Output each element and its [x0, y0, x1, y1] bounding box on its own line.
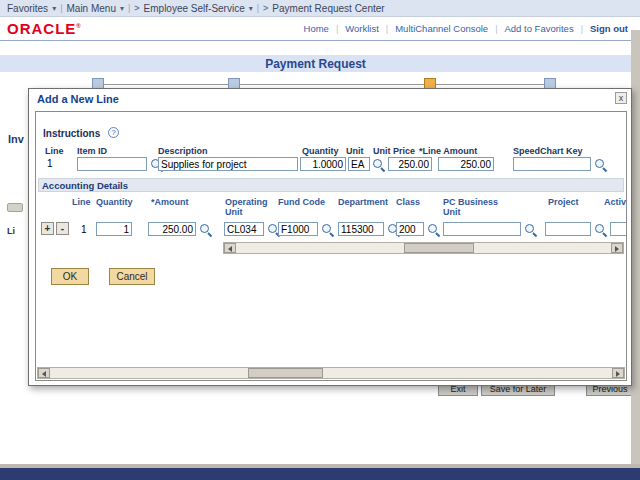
nav-divider: [581, 24, 583, 34]
header-divider: [0, 40, 640, 41]
class-lookup-icon[interactable]: [427, 223, 440, 236]
page-scroll-gutter[interactable]: [631, 30, 640, 464]
nav-multichannel-console[interactable]: MultiChannel Console: [395, 23, 488, 34]
class-input[interactable]: [396, 222, 424, 236]
col-header-quantity: Quantity: [96, 197, 133, 207]
scroll-right-arrow-icon[interactable]: [612, 368, 624, 378]
breadcrumb-bar: Favorites Main Menu Employee Self-Servic…: [0, 0, 640, 17]
line-label: Line: [45, 146, 64, 156]
line-amount-label: *Line Amount: [419, 146, 477, 156]
scroll-thumb[interactable]: [404, 243, 474, 253]
ok-button[interactable]: OK: [51, 268, 89, 285]
col-header-fund-code: Fund Code: [278, 197, 334, 207]
unit-input[interactable]: [348, 157, 370, 171]
unit-price-label: Unit Price: [373, 146, 415, 156]
speedchart-key-input[interactable]: [513, 157, 591, 171]
page-title: Payment Request: [265, 57, 366, 71]
breadcrumb-favorites[interactable]: Favorites: [7, 3, 48, 14]
pc-business-unit-input[interactable]: [443, 222, 521, 236]
line-amount-input[interactable]: [438, 157, 494, 171]
item-id-label: Item ID: [77, 146, 107, 156]
breadcrumb-divider: [60, 3, 62, 13]
quantity-input[interactable]: [300, 157, 346, 171]
delete-row-button[interactable]: -: [56, 222, 69, 235]
instructions-label: Instructions: [43, 128, 100, 139]
nav-divider: [336, 24, 338, 34]
nav-divider: [386, 24, 388, 34]
speedchart-key-label: SpeedChart Key: [513, 146, 583, 156]
project-lookup-icon[interactable]: [594, 223, 607, 236]
activity-input[interactable]: [610, 222, 627, 236]
breadcrumb-arrow-icon: [134, 3, 139, 13]
scroll-left-arrow-icon[interactable]: [224, 243, 236, 253]
breadcrumb-main-menu[interactable]: Main Menu: [66, 3, 115, 14]
close-icon[interactable]: x: [615, 92, 627, 104]
breadcrumb-employee-self-service[interactable]: Employee Self-Service: [144, 3, 245, 14]
col-header-activity: Activity: [604, 197, 627, 207]
fund-code-lookup-icon[interactable]: [321, 223, 334, 236]
line-number-value: 1: [47, 158, 53, 169]
operating-unit-input[interactable]: [224, 222, 264, 236]
header-links: Home Worklist MultiChannel Console Add t…: [304, 23, 640, 34]
grid-line-number: 1: [81, 224, 87, 235]
grid-hscrollbar[interactable]: [223, 242, 624, 254]
background-label-fragment: Li: [7, 226, 15, 236]
unit-label: Unit: [346, 146, 364, 156]
col-header-pc-business-unit: PC Business Unit: [443, 197, 505, 217]
help-icon[interactable]: [108, 127, 119, 138]
grid-quantity-input[interactable]: [96, 222, 132, 236]
modal-title: Add a New Line: [37, 93, 119, 105]
nav-divider: [495, 24, 497, 34]
screen: Favorites Main Menu Employee Self-Servic…: [0, 0, 640, 480]
grid-amount-input[interactable]: [148, 222, 196, 236]
col-header-project: Project: [548, 197, 588, 207]
col-header-department: Department: [338, 197, 394, 207]
breadcrumb-arrow-icon: [263, 3, 268, 13]
page-title-band: Payment Request: [0, 55, 631, 72]
accounting-details-title: Accounting Details: [42, 180, 128, 191]
pc-business-unit-lookup-icon[interactable]: [524, 223, 537, 236]
background-section-heading: Inv: [8, 133, 24, 145]
description-label: Description: [158, 146, 208, 156]
breadcrumb-current: Payment Request Center: [272, 3, 384, 14]
modal-content-frame: Instructions Line Item ID Description Qu…: [35, 111, 627, 381]
breadcrumb-divider: [257, 3, 259, 13]
unit-price-input[interactable]: [388, 157, 432, 171]
dropdown-caret-icon: [120, 4, 124, 13]
nav-sign-out[interactable]: Sign out: [590, 23, 628, 34]
cancel-button[interactable]: Cancel: [109, 268, 155, 285]
status-bar: [0, 468, 640, 480]
speedchart-lookup-icon[interactable]: [594, 158, 607, 171]
nav-worklist[interactable]: Worklist: [345, 23, 379, 34]
add-line-modal: Add a New Line x Instructions Line Item …: [28, 88, 632, 386]
amount-lookup-icon[interactable]: [199, 223, 212, 236]
modal-hscrollbar[interactable]: [37, 367, 625, 379]
scroll-left-arrow-icon[interactable]: [38, 368, 50, 378]
scroll-right-arrow-icon[interactable]: [611, 243, 623, 253]
add-row-button[interactable]: +: [41, 222, 54, 235]
scroll-thumb[interactable]: [248, 368, 323, 378]
quantity-label: Quantity: [302, 146, 339, 156]
header-bar: ORACLE Home Worklist MultiChannel Consol…: [0, 17, 640, 40]
project-input[interactable]: [545, 222, 591, 236]
col-header-class: Class: [396, 197, 426, 207]
item-id-input[interactable]: [77, 157, 147, 171]
accounting-details-header: Accounting Details: [38, 178, 624, 192]
background-collapsed-icon: [7, 203, 23, 212]
nav-add-to-favorites[interactable]: Add to Favorites: [504, 23, 573, 34]
col-header-amount: *Amount: [151, 197, 189, 207]
dropdown-caret-icon: [249, 4, 253, 13]
nav-home[interactable]: Home: [304, 23, 329, 34]
train-connector: [97, 84, 549, 85]
fund-code-input[interactable]: [278, 222, 318, 236]
unit-lookup-icon[interactable]: [372, 158, 385, 171]
breadcrumb-divider: [128, 3, 130, 13]
col-header-operating-unit: Operating Unit: [225, 197, 271, 217]
dropdown-caret-icon: [52, 4, 56, 13]
description-input[interactable]: [158, 157, 298, 171]
department-input[interactable]: [338, 222, 384, 236]
col-header-line: Line: [72, 197, 91, 207]
oracle-logo: ORACLE: [7, 20, 82, 37]
